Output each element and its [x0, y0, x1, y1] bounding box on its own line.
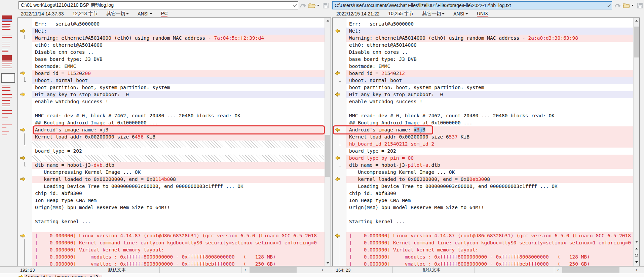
code-line[interactable]: chip_id: abf8300 — [346, 190, 634, 197]
code-line[interactable] — [346, 105, 634, 112]
code-line[interactable]: board_id = 11520200 — [32, 70, 325, 77]
scroll-right-icon[interactable]: › — [634, 267, 640, 273]
code-line[interactable]: Uncompressing Kernel Image ... OK — [32, 169, 325, 176]
code-line[interactable]: Warning: ethernet@A5014000 (eth0) using … — [346, 35, 634, 42]
code-line[interactable]: [ 0.000000] Virtual kernel memory layout… — [32, 246, 325, 253]
select-browse-object-icon[interactable] — [634, 252, 639, 258]
diff-map[interactable] — [1, 13, 16, 141]
code-line[interactable]: [ 0.000000] Kernel command line: earlyco… — [32, 239, 325, 246]
code-line[interactable]: Orign(MAX) bpu model Reserve Mem Size to… — [32, 204, 325, 211]
vertical-scrollbar[interactable] — [633, 18, 639, 266]
code-line[interactable]: [ 0.000000] Virtual kernel memory layout… — [346, 246, 634, 253]
code-line[interactable]: Err: serial@a5000000 — [346, 21, 634, 28]
code-line[interactable] — [32, 211, 325, 218]
code-line[interactable]: base board type: J3 DVB — [32, 56, 325, 63]
code-line[interactable]: Uncompressing Kernel Image ... OK — [346, 169, 634, 176]
code-line[interactable]: enable watchdog success ! — [32, 98, 325, 105]
browse-folder-button-right[interactable] — [622, 2, 634, 9]
file-path-combo-left[interactable]: C:\01 work\Logs\1210\1210 BSP 启动log.log — [18, 1, 298, 9]
code-line[interactable]: [ 0.000000] modules : 0xffffff8000000000… — [32, 253, 325, 261]
code-line[interactable]: Ion Heap type CMA Mem — [346, 197, 634, 204]
code-line[interactable]: eth0: ethernet@A5014000 — [346, 42, 634, 49]
file-path-combo-right[interactable]: C:\Users\user\Documents\WeChat Files\liz… — [332, 1, 612, 9]
code-line[interactable]: uboot: normal boot — [346, 77, 634, 84]
code-line[interactable]: [ 0.000000] Linux version 4.14.87 (root@… — [346, 232, 634, 239]
code-line[interactable]: Hit any key to stop autoboot: 0 — [32, 91, 325, 98]
prev-diff-icon[interactable] — [634, 246, 639, 251]
code-line[interactable]: MMC read: dev # 0, block # 7462, count 2… — [32, 112, 325, 119]
code-line[interactable]: chip_id: abf8300 — [32, 190, 325, 197]
code-line[interactable]: enable watchdog success ! — [346, 98, 634, 105]
scrollbar-thumb[interactable] — [250, 267, 297, 273]
code-line[interactable] — [346, 225, 634, 232]
code-line[interactable]: bootmode: EMMC — [346, 63, 634, 70]
code-line[interactable]: Disable cnn cores .. — [32, 49, 325, 56]
swap-arrow-icon[interactable] — [613, 2, 621, 9]
code-line[interactable]: dtb_name = hobot-j3-pilot-a.dtb — [346, 162, 634, 169]
code-line[interactable]: Android's image name: x3j3 — [346, 126, 634, 133]
code-line[interactable]: Android's image name: xj3 — [32, 126, 325, 133]
combo-dropdown-left[interactable] — [292, 2, 298, 9]
code-line[interactable]: Net: — [346, 28, 634, 35]
code-line[interactable]: Disable cnn cores .. — [346, 49, 634, 56]
code-line[interactable]: kernel loaded to 0x00200000, end = 0x00e… — [346, 176, 634, 183]
code-line[interactable]: [ 0.000000] modules : 0xffffff8000000000… — [346, 253, 634, 261]
horizontal-scrollbar-right[interactable]: ‹ › — [555, 267, 640, 273]
code-line[interactable]: Loading Device Tree to 0000000003c00000,… — [32, 183, 325, 190]
code-line[interactable]: Kernel load addr 0x00200000 size 6537 Ki… — [346, 133, 634, 141]
code-line[interactable]: Err: serial@a5000000 — [32, 21, 325, 28]
combo-dropdown-right[interactable] — [606, 2, 612, 9]
code-line[interactable]: ## Booting Android Image at 0x10000000 .… — [32, 119, 325, 126]
code-line[interactable]: kernel loaded to 0x00200000, end = 0x011… — [32, 176, 325, 183]
code-line[interactable]: base board type: J3 DVB — [346, 56, 634, 63]
encoding-dropdown[interactable]: ANSI — [453, 11, 468, 16]
scrollbar-thumb[interactable] — [325, 135, 330, 177]
code-line[interactable]: eth0: ethernet@A5014000 — [32, 42, 325, 49]
code-line[interactable]: Loading Device Tree to 0000000003c00000,… — [346, 183, 634, 190]
scroll-left-icon[interactable]: ‹ — [242, 267, 248, 273]
code-line[interactable]: Ion Heap type CMA Mem — [32, 197, 325, 204]
code-line[interactable]: boot partition: boot, system partition: … — [32, 84, 325, 91]
code-line[interactable]: ## Booting Android Image at 0x10000000 .… — [346, 119, 634, 126]
scroll-down-icon[interactable] — [634, 239, 639, 245]
code-line[interactable]: hb_board_id 21540212 som_id 2 — [346, 141, 634, 148]
code-line[interactable]: board_type = 202 — [32, 148, 325, 155]
code-line[interactable]: Net: — [32, 28, 325, 35]
horizontal-scrollbar-left[interactable]: ‹ › — [242, 267, 326, 273]
code-line[interactable]: [ 0.000000] vmalloc : 0xffffff8008000000… — [346, 261, 634, 266]
file-content-left[interactable]: Err: serial@a5000000Net:Warning: etherne… — [32, 18, 325, 266]
scrollbar-thumb[interactable] — [562, 267, 619, 273]
encoding-dropdown[interactable]: ANSI — [138, 11, 152, 16]
code-line[interactable]: Starting kernel ... — [346, 218, 634, 225]
file-content-right[interactable]: Err: serial@a5000000Net:Warning: etherne… — [346, 18, 634, 266]
format-dropdown[interactable]: 其它一切 — [106, 11, 129, 17]
code-line[interactable]: MMC read: dev # 0, block # 7462, count 2… — [346, 112, 634, 119]
browse-folder-button-left[interactable] — [308, 2, 320, 9]
code-line[interactable]: board_type = 202 — [346, 148, 634, 155]
code-line[interactable]: [ 0.000000] Linux version 4.14.87 (root@… — [32, 232, 325, 239]
scroll-up-icon[interactable] — [634, 18, 639, 24]
code-line[interactable]: Warning: ethernet@A5014000 (eth0) using … — [32, 35, 325, 42]
code-line[interactable]: [ 0.000000] Kernel command line: earlyco… — [346, 239, 634, 246]
code-line[interactable] — [346, 211, 634, 218]
code-line[interactable] — [32, 225, 325, 232]
code-line[interactable]: dtb_name = hobot-j3-dvb.dtb — [32, 162, 325, 169]
code-line[interactable]: [ 0.000000] vmalloc : 0xffffff8008000000… — [32, 261, 325, 266]
scroll-up-icon[interactable] — [325, 18, 331, 24]
scroll-left-icon[interactable]: ‹ — [555, 267, 561, 273]
diff-map-viewport[interactable] — [1, 73, 15, 83]
scrollbar-thumb[interactable] — [634, 27, 639, 57]
save-icon-right[interactable] — [636, 2, 644, 9]
vertical-scrollbar[interactable] — [325, 18, 331, 266]
code-line[interactable]: Starting kernel ... — [32, 218, 325, 225]
format-dropdown[interactable]: 其它一切 — [422, 11, 445, 17]
code-line[interactable] — [32, 141, 325, 148]
swap-arrow-icon[interactable] — [299, 2, 307, 9]
code-line[interactable]: Hit any key to stop autoboot: 0 — [346, 91, 634, 98]
code-line[interactable]: bootmode: EMMC — [32, 63, 325, 70]
code-line[interactable]: board_type_by_pin = 00 — [346, 155, 634, 162]
code-line[interactable]: Kernel load addr 0x00200000 size 6456 Ki… — [32, 133, 325, 141]
code-line[interactable]: uboot: normal boot — [32, 77, 325, 84]
code-line[interactable]: Orign(MAX) bpu model Reserve Mem Size to… — [346, 204, 634, 211]
save-icon-left[interactable] — [321, 2, 330, 9]
